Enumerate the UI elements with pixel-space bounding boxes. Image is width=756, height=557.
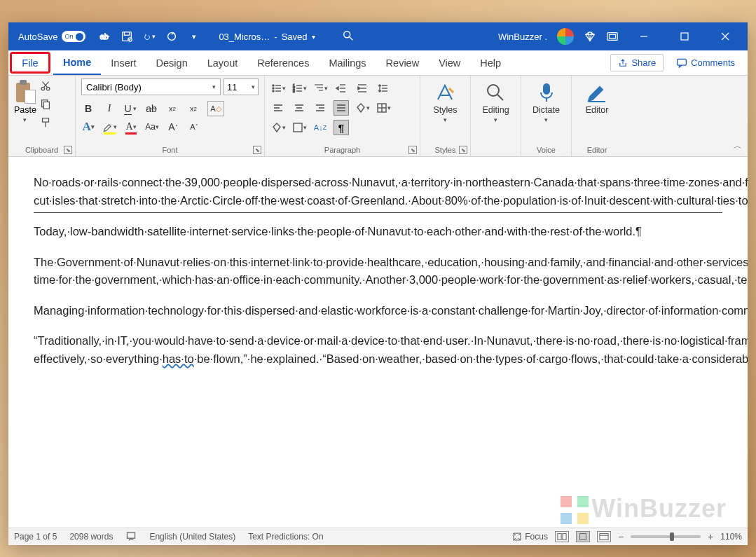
- svg-line-65: [497, 95, 503, 100]
- borders-split-button[interactable]: ▾: [291, 120, 307, 135]
- save-icon[interactable]: [121, 30, 133, 43]
- paragraph: Today,·low-bandwidth·satellite·internet·…: [34, 225, 642, 238]
- numbering-button[interactable]: 123▾: [291, 81, 307, 96]
- highlight-button[interactable]: ▾: [102, 119, 117, 135]
- underline-button[interactable]: U▾: [123, 101, 137, 116]
- svg-rect-14: [678, 59, 687, 65]
- align-center-button[interactable]: [291, 100, 307, 116]
- zoom-slider[interactable]: [631, 535, 701, 538]
- zoom-in-button[interactable]: +: [708, 531, 713, 542]
- document-body[interactable]: No·roads·or·rails·connect·the·39,000·peo…: [34, 174, 722, 369]
- shading-button[interactable]: ▾: [355, 100, 370, 116]
- grow-font-button[interactable]: A˄: [166, 119, 180, 135]
- zoom-percent[interactable]: 110%: [720, 532, 742, 542]
- sort-button[interactable]: A↓Z: [312, 120, 328, 135]
- multilevel-button[interactable]: ▾: [312, 81, 328, 96]
- group-styles: Styles▾ Styles ⬊: [420, 76, 471, 156]
- subscript-button[interactable]: x2: [165, 101, 179, 116]
- dialog-launcher-icon[interactable]: ⬊: [408, 146, 417, 154]
- tab-layout[interactable]: Layout: [198, 50, 248, 75]
- search-button[interactable]: [327, 29, 370, 44]
- grammar-squiggle[interactable]: has·to: [163, 352, 194, 365]
- svg-rect-11: [681, 33, 688, 40]
- language-indicator[interactable]: English (United States): [149, 532, 235, 542]
- superscript-button[interactable]: x2: [186, 101, 200, 116]
- print-layout-icon[interactable]: [576, 531, 590, 542]
- web-layout-icon[interactable]: [597, 531, 611, 542]
- cut-icon[interactable]: [39, 80, 52, 92]
- font-size-combo[interactable]: 11▾: [224, 78, 259, 95]
- document-title[interactable]: 03_Micros… - Saved ▾: [207, 32, 326, 42]
- spellcheck-icon[interactable]: [125, 530, 137, 544]
- align-justify-button[interactable]: [334, 100, 349, 116]
- document-area[interactable]: No·roads·or·rails·connect·the·39,000·peo…: [8, 157, 748, 528]
- tab-help[interactable]: Help: [470, 50, 511, 75]
- redo-icon[interactable]: [165, 30, 178, 43]
- toggle-knob: [76, 33, 83, 41]
- avatar[interactable]: [557, 28, 574, 45]
- copy-icon[interactable]: [39, 98, 52, 111]
- qat-dropdown-icon[interactable]: ▾: [188, 30, 200, 43]
- font-color-button[interactable]: A▾: [124, 119, 138, 135]
- tab-mailings[interactable]: Mailings: [319, 50, 376, 75]
- zoom-out-button[interactable]: −: [618, 531, 624, 542]
- svg-rect-72: [580, 534, 586, 540]
- tab-insert[interactable]: Insert: [101, 50, 146, 75]
- decrease-indent-button[interactable]: [334, 81, 349, 96]
- comments-button[interactable]: Comments: [669, 55, 742, 71]
- autosave-toggle[interactable]: AutoSave On: [13, 31, 91, 42]
- tab-review[interactable]: Review: [376, 50, 429, 75]
- borders-button[interactable]: ▾: [376, 100, 391, 116]
- predictions-indicator[interactable]: Text Predictions: On: [248, 532, 323, 542]
- display-mode-icon[interactable]: [606, 30, 619, 43]
- align-left-button[interactable]: [270, 100, 286, 116]
- tab-design[interactable]: Design: [146, 50, 198, 75]
- change-case-button[interactable]: Aa▾: [145, 119, 159, 135]
- format-painter-icon[interactable]: [39, 116, 52, 129]
- text-effects-button[interactable]: A▾: [81, 119, 95, 135]
- editing-button[interactable]: Editing▾: [482, 78, 509, 123]
- editor-button[interactable]: Editor: [586, 78, 609, 115]
- paragraph: No·roads·or·rails·connect·the·39,000·peo…: [34, 176, 748, 207]
- svg-rect-71: [563, 534, 566, 540]
- strike-icon[interactable]: ab: [98, 30, 111, 43]
- align-right-button[interactable]: [312, 100, 328, 116]
- clear-format-icon[interactable]: A◇: [207, 101, 224, 116]
- close-button[interactable]: [710, 22, 741, 50]
- svg-rect-62: [294, 123, 302, 132]
- toggle-switch[interactable]: On: [62, 31, 85, 42]
- collapse-ribbon-icon[interactable]: ︿: [734, 140, 742, 152]
- shrink-font-button[interactable]: A˅: [187, 119, 201, 135]
- share-button[interactable]: Share: [610, 54, 664, 71]
- paste-button[interactable]: Paste ▾: [14, 78, 36, 139]
- show-paragraph-button[interactable]: ¶: [334, 120, 349, 135]
- tab-references[interactable]: References: [247, 50, 319, 75]
- increase-indent-button[interactable]: [355, 81, 370, 96]
- bullets-button[interactable]: ▾: [270, 81, 286, 96]
- read-mode-icon[interactable]: [555, 531, 569, 542]
- diamond-icon[interactable]: [584, 30, 596, 43]
- strike-button[interactable]: ab: [144, 101, 158, 116]
- user-name[interactable]: WinBuzzer .: [498, 32, 547, 42]
- group-clipboard: Paste ▾ Clipboard ⬊: [8, 76, 76, 156]
- horizontal-rule: [34, 212, 722, 213]
- undo-icon[interactable]: ▾: [143, 30, 156, 43]
- focus-mode[interactable]: Focus: [512, 532, 548, 542]
- line-spacing-button[interactable]: [376, 81, 391, 96]
- word-count[interactable]: 2098 words: [69, 532, 113, 542]
- bold-button[interactable]: B: [81, 101, 95, 116]
- page-indicator[interactable]: Page 1 of 5: [14, 532, 57, 542]
- tab-home[interactable]: Home: [53, 50, 101, 75]
- dialog-launcher-icon[interactable]: ⬊: [459, 146, 467, 154]
- maximize-button[interactable]: [669, 22, 700, 50]
- shading-split-button[interactable]: ▾: [270, 120, 286, 135]
- dialog-launcher-icon[interactable]: ⬊: [64, 146, 72, 154]
- dictate-button[interactable]: Dictate▾: [532, 78, 560, 123]
- italic-button[interactable]: I: [102, 101, 116, 116]
- font-name-combo[interactable]: Calibri (Body)▾: [81, 78, 221, 95]
- minimize-button[interactable]: [628, 22, 659, 50]
- dialog-launcher-icon[interactable]: ⬊: [253, 146, 261, 154]
- styles-button[interactable]: Styles▾: [433, 78, 457, 123]
- tab-file[interactable]: File: [10, 52, 50, 74]
- tab-view[interactable]: View: [429, 50, 470, 75]
